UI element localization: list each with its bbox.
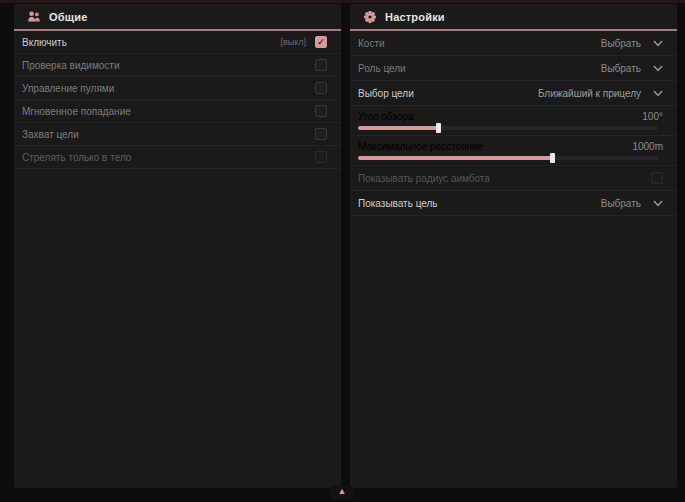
target-role-dropdown[interactable]: Выбрать xyxy=(601,63,663,74)
show-target-label: Показывать цель xyxy=(358,198,438,209)
show-aimbot-radius-checkbox[interactable] xyxy=(651,172,663,184)
fov-value: 100° xyxy=(642,111,663,122)
row-fov: Угол обзора 100° xyxy=(350,106,677,136)
row-instant-hit: Мгновенное попадание xyxy=(14,100,341,123)
users-icon xyxy=(27,10,41,24)
row-visibility-check: Проверка видимости xyxy=(14,54,341,77)
window-top-edge xyxy=(0,0,685,3)
row-show-target: Показывать цель Выбрать xyxy=(350,191,677,216)
visibility-check-label: Проверка видимости xyxy=(22,60,120,71)
row-target-lock: Захват цели xyxy=(14,123,341,146)
body-only-label: Стрелять только в тело xyxy=(22,152,131,163)
bullet-control-label: Управление пулями xyxy=(22,83,114,94)
row-show-aimbot-radius: Показывать радиус аимбота xyxy=(350,166,677,191)
bones-dropdown[interactable]: Выбрать xyxy=(601,38,663,49)
bones-dropdown-value: Выбрать xyxy=(601,38,641,49)
fov-slider-handle[interactable] xyxy=(436,123,441,133)
max-distance-slider-fill xyxy=(358,156,553,160)
target-lock-label: Захват цели xyxy=(22,129,79,140)
target-role-dropdown-value: Выбрать xyxy=(601,63,641,74)
enable-keybind[interactable]: [выкл] xyxy=(280,37,306,47)
scroll-up-arrow[interactable]: ▲ xyxy=(331,486,353,500)
fov-label: Угол обзора xyxy=(358,111,414,122)
max-distance-slider[interactable] xyxy=(358,156,658,160)
bones-label: Кости xyxy=(358,38,385,49)
max-distance-label: Максимальное расстояние xyxy=(358,141,483,152)
panel-settings-title: Настройки xyxy=(385,11,445,23)
target-select-dropdown[interactable]: Ближайший к прицелу xyxy=(538,88,663,99)
row-target-role: Роль цели Выбрать xyxy=(350,56,677,81)
target-select-label: Выбор цели xyxy=(358,88,414,99)
show-target-dropdown-value: Выбрать xyxy=(601,198,641,209)
row-enable: Включить [выкл] xyxy=(14,31,341,54)
visibility-check-checkbox[interactable] xyxy=(315,59,327,71)
chevron-down-icon xyxy=(653,65,663,72)
chevron-down-icon xyxy=(653,200,663,207)
bullet-control-checkbox[interactable] xyxy=(315,82,327,94)
body-only-checkbox[interactable] xyxy=(315,151,327,163)
fov-slider-fill xyxy=(358,126,439,130)
row-bullet-control: Управление пулями xyxy=(14,77,341,100)
instant-hit-label: Мгновенное попадание xyxy=(22,106,131,117)
max-distance-value: 1000m xyxy=(632,141,663,152)
panel-settings-header: Настройки xyxy=(350,4,677,31)
show-target-dropdown[interactable]: Выбрать xyxy=(601,198,663,209)
panel-general-title: Общие xyxy=(49,11,88,23)
show-aimbot-radius-label: Показывать радиус аимбота xyxy=(358,173,490,184)
instant-hit-checkbox[interactable] xyxy=(315,105,327,117)
row-body-only: Стрелять только в тело xyxy=(14,146,341,169)
target-lock-checkbox[interactable] xyxy=(315,128,327,140)
target-role-label: Роль цели xyxy=(358,63,406,74)
row-target-select: Выбор цели Ближайший к прицелу xyxy=(350,81,677,106)
enable-checkbox[interactable] xyxy=(315,36,327,48)
fov-slider[interactable] xyxy=(358,126,658,130)
panel-general-header: Общие xyxy=(14,4,341,31)
enable-label: Включить xyxy=(22,37,67,48)
target-select-dropdown-value: Ближайший к прицелу xyxy=(538,88,641,99)
panel-settings: Настройки Кости Выбрать Роль цели Выбрат… xyxy=(350,4,677,488)
row-max-distance: Максимальное расстояние 1000m xyxy=(350,136,677,166)
max-distance-slider-handle[interactable] xyxy=(550,153,555,163)
panel-general: Общие Включить [выкл] Проверка видимости… xyxy=(14,4,341,488)
gear-icon xyxy=(363,10,377,24)
row-bones: Кости Выбрать xyxy=(350,31,677,56)
chevron-down-icon xyxy=(653,40,663,47)
chevron-down-icon xyxy=(653,90,663,97)
